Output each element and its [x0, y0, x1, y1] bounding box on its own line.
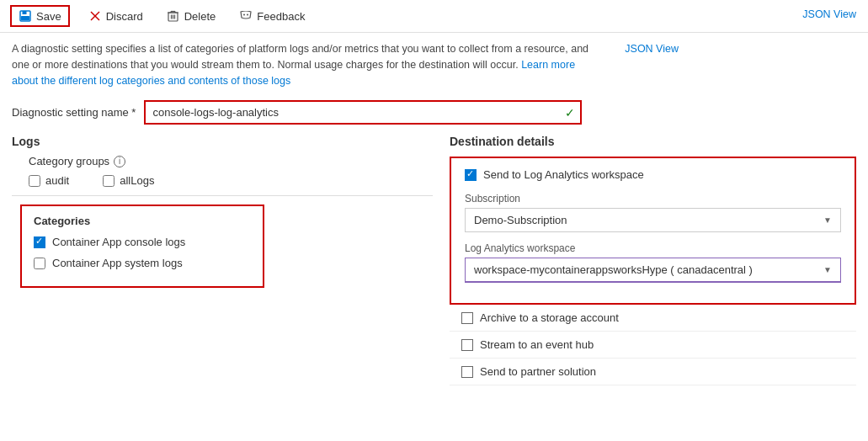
setting-name-label: Diagnostic setting name * — [12, 106, 136, 119]
workspace-group: Log Analytics workspace workspace-mycont… — [465, 242, 841, 283]
alllogs-checkbox[interactable] — [103, 175, 114, 187]
stream-label: Stream to an event hub — [480, 338, 594, 351]
destination-title: Destination details — [450, 135, 856, 148]
json-view-link[interactable]: JSON View — [802, 8, 856, 20]
discard-label: Discard — [106, 10, 143, 23]
archive-checkbox[interactable] — [461, 312, 473, 324]
audit-checkbox[interactable] — [29, 175, 40, 187]
categories-box: Categories ✓ Container App console logs … — [20, 205, 264, 288]
console-logs-checkbox[interactable] — [34, 236, 45, 248]
log-analytics-checkbox[interactable] — [465, 169, 477, 181]
feedback-button[interactable]: Feedback — [234, 7, 310, 25]
archive-label: Archive to a storage account — [480, 311, 619, 324]
system-logs-label: Container App system logs — [52, 257, 183, 269]
archive-row: Archive to a storage account — [450, 305, 856, 332]
category-groups-info-icon[interactable]: i — [114, 156, 125, 167]
delete-icon — [167, 9, 180, 23]
audit-checkbox-item: audit — [29, 174, 69, 187]
save-icon — [19, 9, 32, 23]
console-logs-label: Container App console logs — [52, 236, 185, 248]
subscription-select[interactable]: Demo-Subscription ▼ — [465, 208, 841, 232]
logs-title: Logs — [12, 135, 433, 148]
workspace-label: Log Analytics workspace — [465, 242, 841, 254]
feedback-icon — [239, 9, 253, 23]
alllogs-label: allLogs — [120, 174, 154, 187]
system-logs-checkbox[interactable] — [34, 258, 45, 269]
json-view-link[interactable]: JSON View — [625, 41, 679, 57]
input-valid-icon: ✓ — [565, 106, 580, 120]
save-button[interactable]: Save — [10, 5, 70, 27]
svg-rect-2 — [21, 16, 29, 20]
audit-label: audit — [45, 174, 69, 187]
svg-point-13 — [243, 14, 245, 16]
system-logs-item: Container App system logs — [34, 257, 251, 269]
subscription-chevron-icon: ▼ — [823, 215, 832, 225]
discard-icon — [88, 9, 102, 23]
discard-button[interactable]: Discard — [83, 7, 148, 25]
partner-label: Send to partner solution — [480, 365, 596, 378]
feedback-label: Feedback — [257, 10, 305, 23]
destination-panel: Destination details ✓ Send to Log Analyt… — [433, 135, 856, 385]
setting-name-input[interactable] — [146, 102, 565, 123]
stream-checkbox[interactable] — [461, 339, 473, 351]
setting-name-row: Diagnostic setting name * ✓ — [0, 93, 868, 131]
workspace-chevron-icon: ▼ — [823, 265, 832, 274]
workspace-select[interactable]: workspace-mycontainerappsworksHype ( can… — [465, 258, 841, 283]
description-text: A diagnostic setting specifies a list of… — [12, 43, 588, 71]
subscription-label: Subscription — [465, 193, 841, 205]
svg-rect-1 — [23, 11, 27, 14]
logs-panel: Logs Category groups i audit allLogs Cat… — [12, 135, 433, 385]
save-label: Save — [36, 10, 61, 23]
category-groups-header: Category groups i — [29, 155, 433, 167]
log-analytics-label: Send to Log Analytics workspace — [483, 168, 644, 181]
toolbar: Save Discard Delete — [0, 0, 868, 33]
categories-title: Categories — [34, 215, 251, 227]
destination-box: ✓ Send to Log Analytics workspace Subscr… — [450, 157, 856, 305]
setting-name-input-wrap: ✓ — [144, 100, 582, 125]
category-groups-checkboxes: audit allLogs — [29, 174, 433, 187]
delete-button[interactable]: Delete — [162, 7, 221, 25]
svg-point-14 — [247, 14, 248, 16]
alllogs-checkbox-item: allLogs — [103, 174, 154, 187]
console-logs-item: ✓ Container App console logs — [34, 236, 251, 248]
partner-checkbox[interactable] — [461, 366, 473, 378]
stream-row: Stream to an event hub — [450, 332, 856, 359]
log-analytics-row: ✓ Send to Log Analytics workspace — [465, 168, 841, 181]
category-groups-label: Category groups — [29, 155, 109, 167]
separator — [12, 195, 433, 196]
subscription-value: Demo-Subscription — [474, 214, 567, 226]
main-content: Logs Category groups i audit allLogs Cat… — [0, 131, 868, 389]
description-area: A diagnostic setting specifies a list of… — [0, 33, 690, 93]
delete-label: Delete — [184, 10, 216, 23]
partner-row: Send to partner solution — [450, 359, 856, 385]
subscription-group: Subscription Demo-Subscription ▼ — [465, 193, 841, 232]
workspace-value: workspace-mycontainerappsworksHype ( can… — [474, 263, 753, 276]
